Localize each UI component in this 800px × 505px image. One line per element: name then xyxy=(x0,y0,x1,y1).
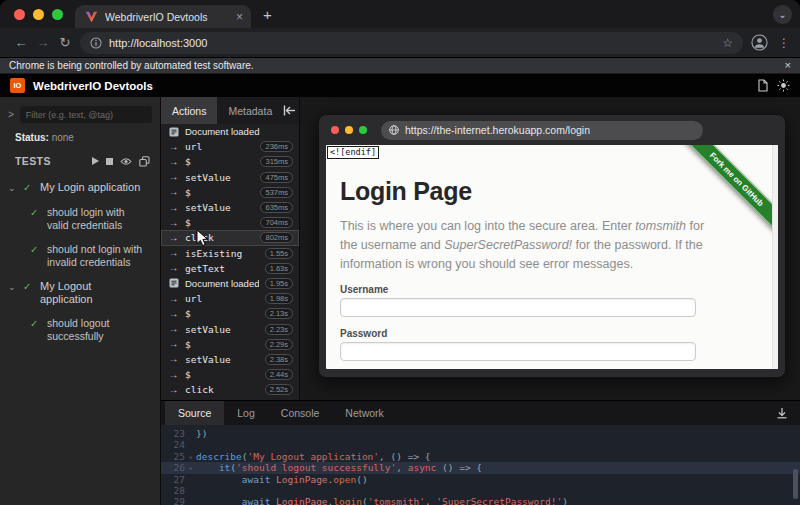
code-line[interactable]: 26⌄ it('should logout successfully', asy… xyxy=(161,462,800,473)
profile-avatar-icon[interactable] xyxy=(751,34,768,51)
source-code-editor[interactable]: 23})2425⌄describe('My Logout application… xyxy=(161,425,800,505)
site-info-icon[interactable] xyxy=(90,37,102,49)
banner-close-icon[interactable]: × xyxy=(785,60,791,71)
code-line[interactable]: 24 xyxy=(161,439,800,450)
action-row[interactable]: →getText1.63s xyxy=(161,261,299,276)
action-duration-badge: 802ms xyxy=(260,232,293,243)
code-text: await LoginPage.open() xyxy=(196,474,368,485)
expand-chevron-icon[interactable]: ⌄ xyxy=(8,280,23,307)
sidebar-collapse-chevron-icon[interactable]: > xyxy=(8,109,14,120)
action-duration-badge: 1.55s xyxy=(265,248,293,259)
expand-chevron-icon[interactable]: ⌄ xyxy=(8,181,23,196)
preview-scrollbar[interactable] xyxy=(772,145,778,369)
test-tree-spec[interactable]: ✓should login with valid credentials xyxy=(8,206,160,233)
new-tab-button[interactable]: + xyxy=(263,7,272,22)
test-tree-suite[interactable]: ⌄✓My Logout application xyxy=(8,280,160,307)
minimize-window-button[interactable] xyxy=(33,9,44,20)
test-tree-spec[interactable]: ✓should logout successfully xyxy=(8,317,160,344)
action-row[interactable]: →url1.98s xyxy=(161,291,299,306)
action-row[interactable]: →isExisting1.55s xyxy=(161,246,299,261)
action-label: url xyxy=(185,293,259,304)
username-input[interactable] xyxy=(340,298,696,317)
tab-actions[interactable]: Actions xyxy=(161,97,217,124)
chrome-menu-icon[interactable]: ⋮ xyxy=(778,36,790,50)
action-row[interactable]: →$315ms xyxy=(161,154,299,169)
tab-console[interactable]: Console xyxy=(268,401,333,425)
code-line[interactable]: 29 await LoginPage.login('tomsmith', 'Su… xyxy=(161,496,800,505)
fold-gutter xyxy=(185,496,196,505)
back-button[interactable]: ← xyxy=(10,35,32,50)
test-passed-check-icon: ✓ xyxy=(30,317,47,344)
tab-network[interactable]: Network xyxy=(332,401,397,425)
action-duration-badge: 475ms xyxy=(260,172,293,183)
action-label: setValue xyxy=(185,354,259,365)
bookmark-star-icon[interactable]: ☆ xyxy=(722,36,733,50)
action-label: setValue xyxy=(185,202,254,213)
filter-input[interactable] xyxy=(20,106,152,123)
test-tree-spec[interactable]: ✓should not login with invalid credentia… xyxy=(8,243,160,270)
tests-title: TESTS xyxy=(15,155,85,167)
action-row[interactable]: →$704ms xyxy=(161,215,299,230)
action-row[interactable]: →setValue635ms xyxy=(161,200,299,215)
url-text[interactable]: http://localhost:3000 xyxy=(109,37,715,49)
action-row[interactable]: Document loaded xyxy=(161,124,299,139)
test-label: My Logout application xyxy=(40,280,144,307)
tab-source[interactable]: Source xyxy=(165,401,224,425)
watch-tests-icon[interactable] xyxy=(120,157,132,166)
action-duration-badge: 704ms xyxy=(260,217,293,228)
actions-panel: ActionsMetadata Document loaded→url236ms… xyxy=(161,97,300,400)
copy-tests-icon[interactable] xyxy=(139,156,150,167)
password-input[interactable] xyxy=(340,342,696,361)
action-label: $ xyxy=(185,187,254,198)
zoom-window-button[interactable] xyxy=(52,9,63,20)
code-line[interactable]: 25⌄describe('My Logout application', () … xyxy=(161,451,800,462)
report-file-icon[interactable] xyxy=(757,79,769,92)
browser-tab[interactable]: WebdriverIO Devtools × xyxy=(75,5,251,28)
webdriverio-favicon-icon xyxy=(85,10,98,23)
code-line[interactable]: 28 xyxy=(161,485,800,496)
fold-chevron-icon[interactable]: ⌄ xyxy=(185,462,196,473)
action-row[interactable]: →click2.52s xyxy=(161,382,299,397)
tab-title: WebdriverIO Devtools xyxy=(105,11,229,23)
action-row[interactable]: →$537ms xyxy=(161,185,299,200)
action-row[interactable]: →setValue2.38s xyxy=(161,352,299,367)
action-row[interactable]: →setValue2.23s xyxy=(161,321,299,336)
line-number: 27 xyxy=(161,474,185,485)
reload-button[interactable]: ↻ xyxy=(54,35,76,50)
action-row[interactable]: Document loaded1.95s xyxy=(161,276,299,291)
action-row[interactable]: →click802ms xyxy=(161,230,299,245)
forward-button[interactable]: → xyxy=(32,35,54,50)
fold-gutter xyxy=(185,428,196,439)
action-row[interactable]: →$2.44s xyxy=(161,367,299,382)
action-row[interactable]: →$2.13s xyxy=(161,306,299,321)
run-tests-icon[interactable] xyxy=(92,157,99,165)
close-window-button[interactable] xyxy=(14,9,25,20)
document-icon xyxy=(168,278,179,288)
command-arrow-icon: → xyxy=(168,339,179,349)
line-number: 25 xyxy=(161,451,185,462)
action-row[interactable]: →setValue475ms xyxy=(161,170,299,185)
chrome-url-bar: ← → ↻ http://localhost:3000 ☆ ⋮ xyxy=(0,28,800,58)
test-label: should login with valid credentials xyxy=(47,206,147,233)
code-line[interactable]: 23}) xyxy=(161,428,800,439)
code-line[interactable]: 27 await LoginPage.open() xyxy=(161,474,800,485)
line-number: 28 xyxy=(161,485,185,496)
omnibox[interactable]: http://localhost:3000 ☆ xyxy=(80,32,743,54)
test-tree-suite[interactable]: ⌄✓My Login application xyxy=(8,181,160,196)
action-row[interactable]: →url236ms xyxy=(161,139,299,154)
action-duration-badge: 2.23s xyxy=(265,324,293,335)
tab-metadata[interactable]: Metadata xyxy=(217,97,283,124)
action-label: $ xyxy=(185,308,259,319)
tab-close-icon[interactable]: × xyxy=(236,11,243,23)
collapse-panel-icon[interactable] xyxy=(283,97,300,124)
download-report-icon[interactable] xyxy=(776,401,800,425)
code-scrollbar[interactable] xyxy=(793,469,798,499)
theme-toggle-sun-icon[interactable] xyxy=(777,79,790,92)
action-row[interactable]: →$2.29s xyxy=(161,337,299,352)
preview-browser-window: https://the-internet.herokuapp.com/login… xyxy=(318,114,786,378)
tab-search-chevron-icon[interactable]: ⌄ xyxy=(773,5,792,24)
action-duration-badge: 2.44s xyxy=(265,369,293,380)
stop-tests-icon[interactable] xyxy=(106,158,113,165)
fold-chevron-icon[interactable]: ⌄ xyxy=(185,451,196,462)
tab-log[interactable]: Log xyxy=(224,401,268,425)
